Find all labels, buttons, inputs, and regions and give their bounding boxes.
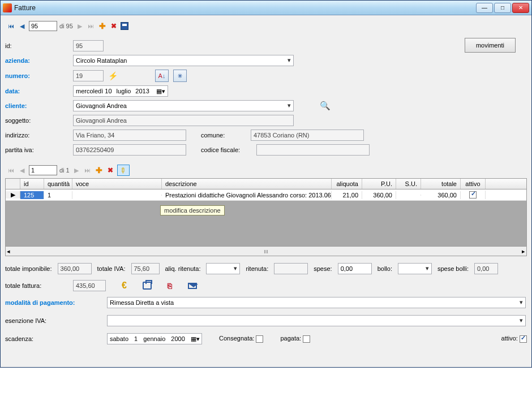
indirizzo-label: indirizzo: bbox=[5, 132, 73, 139]
nav-add-icon[interactable]: ✚ bbox=[98, 21, 107, 31]
lines-first-icon[interactable]: ⏮ bbox=[6, 166, 15, 175]
partita-iva-field: 03762250409 bbox=[73, 144, 186, 156]
consegnata-checkbox[interactable] bbox=[256, 335, 263, 343]
partita-iva-label: partita iva: bbox=[5, 146, 73, 153]
nav-of-label: di 95 bbox=[59, 23, 73, 29]
data-label: data: bbox=[5, 88, 73, 94]
cell-su[interactable] bbox=[396, 195, 421, 196]
euro-icon[interactable]: € bbox=[122, 281, 127, 291]
col-id[interactable]: id bbox=[20, 179, 44, 189]
spese-bolli-label: spese bolli: bbox=[437, 265, 469, 272]
totale-fattura-field: 435,60 bbox=[73, 280, 106, 291]
maximize-button[interactable]: □ bbox=[494, 3, 511, 13]
modalita-pagamento-select[interactable]: Rimessa Diretta a vista bbox=[107, 297, 526, 308]
attivo-label: attivo: bbox=[501, 335, 518, 342]
lines-position-input[interactable] bbox=[29, 165, 57, 175]
renumber-button[interactable]: A↓ bbox=[155, 70, 169, 82]
pencil-icon: ✎ bbox=[118, 165, 128, 175]
lines-navigator: ⏮ ◀ di 1 ▶ ⏭ ✚ ✖ ✎ bbox=[5, 163, 527, 177]
col-attivo[interactable]: attivo bbox=[461, 179, 486, 189]
bollo-select[interactable] bbox=[398, 263, 432, 274]
numero-field: 19 bbox=[73, 70, 104, 81]
record-navigator-top: ⏮ ◀ di 95 ▶ ⏭ ✚ ✖ bbox=[5, 19, 527, 33]
ritenuta-field bbox=[274, 263, 308, 274]
minimize-button[interactable]: — bbox=[476, 3, 493, 13]
azienda-select[interactable]: Circolo Ratataplan bbox=[73, 55, 294, 66]
col-su[interactable]: S.U. bbox=[396, 179, 421, 189]
cell-quantita[interactable]: 1 bbox=[44, 191, 72, 199]
lines-next-icon[interactable]: ▶ bbox=[72, 166, 81, 175]
movimenti-button[interactable]: movimenti bbox=[465, 38, 516, 53]
window-title: Fatture bbox=[14, 4, 476, 12]
cliente-label: cliente: bbox=[5, 102, 73, 109]
col-descrizione[interactable]: descrizione bbox=[162, 179, 332, 189]
numero-label: numero: bbox=[5, 72, 73, 79]
lines-grid[interactable]: id quantità voce descrizione aliquota P.… bbox=[5, 178, 527, 256]
scadenza-label: scadenza: bbox=[5, 335, 107, 342]
azienda-value: Circolo Ratataplan bbox=[76, 57, 127, 64]
calendar-dropdown-icon[interactable]: ▦▾ bbox=[191, 335, 200, 343]
totale-imponibile-label: totale imponibile: bbox=[5, 265, 52, 272]
app-icon bbox=[3, 3, 12, 12]
totale-iva-label: totale IVA: bbox=[97, 265, 126, 272]
lines-prev-icon[interactable]: ◀ bbox=[18, 166, 27, 175]
cell-attivo[interactable] bbox=[461, 191, 486, 200]
row-indicator-icon: ▶ bbox=[6, 191, 20, 199]
search-client-icon[interactable]: 🔍 bbox=[320, 101, 331, 111]
mail-icon[interactable] bbox=[188, 283, 197, 289]
totale-fattura-label: totale fattura: bbox=[5, 282, 57, 289]
pagata-label: pagata: bbox=[280, 335, 301, 342]
cell-pu[interactable]: 360,00 bbox=[362, 191, 396, 199]
lightning-icon[interactable]: ⚡ bbox=[108, 71, 118, 80]
consegnata-label: Consegnata: bbox=[219, 335, 254, 342]
nav-next-icon[interactable]: ▶ bbox=[75, 21, 84, 31]
esenzione-iva-select[interactable] bbox=[107, 315, 526, 326]
calendar-dropdown-icon[interactable]: ▦▾ bbox=[156, 88, 165, 95]
pagata-checkbox[interactable] bbox=[303, 335, 310, 343]
cell-voce[interactable] bbox=[72, 195, 162, 196]
cell-id[interactable]: 125 bbox=[20, 191, 44, 199]
totale-imponibile-field: 360,00 bbox=[58, 263, 92, 274]
cliente-value: Giovagnoli Andrea bbox=[76, 102, 127, 109]
lines-add-icon[interactable]: ✚ bbox=[95, 166, 104, 175]
lines-delete-icon[interactable]: ✖ bbox=[106, 166, 115, 175]
col-quantita[interactable]: quantità bbox=[44, 179, 72, 189]
spese-bolli-field: 0,00 bbox=[474, 263, 498, 274]
edit-description-button[interactable]: ✎ bbox=[117, 165, 130, 176]
col-aliquota[interactable]: aliquota bbox=[332, 179, 362, 189]
lines-last-icon[interactable]: ⏭ bbox=[83, 166, 92, 175]
filter-button[interactable]: ⛯ bbox=[173, 70, 187, 82]
totale-iva-field: 75,60 bbox=[131, 263, 160, 274]
nav-position-input[interactable] bbox=[29, 21, 57, 31]
nav-last-icon[interactable]: ⏭ bbox=[87, 21, 96, 31]
nav-save-icon[interactable] bbox=[121, 22, 128, 30]
grid-row[interactable]: ▶ 125 1 Prestazioni didattiche Giovagnol… bbox=[6, 189, 526, 201]
indirizzo-field: Via Friano, 34 bbox=[73, 130, 186, 141]
nav-first-icon[interactable]: ⏮ bbox=[6, 21, 15, 31]
nav-prev-icon[interactable]: ◀ bbox=[18, 21, 27, 31]
aliq-ritenuta-select[interactable] bbox=[206, 263, 240, 274]
cell-totale[interactable]: 360,00 bbox=[421, 191, 461, 199]
azienda-label: azienda: bbox=[5, 57, 73, 64]
col-totale[interactable]: totale bbox=[421, 179, 461, 189]
printer-icon[interactable] bbox=[143, 282, 152, 290]
grid-hscroll[interactable]: ◂ιιι▸ bbox=[6, 246, 526, 256]
cell-descrizione[interactable]: Prestazioni didattiche Giovagnoli Alessa… bbox=[162, 191, 332, 199]
col-pu[interactable]: P.U. bbox=[362, 179, 396, 189]
col-voce[interactable]: voce bbox=[72, 179, 162, 189]
attivo-checkbox[interactable] bbox=[520, 335, 527, 343]
codice-fiscale-label: codice fiscale: bbox=[201, 146, 252, 153]
data-picker[interactable]: mercoledì 10 luglio 2013 ▦▾ bbox=[73, 85, 168, 97]
close-button[interactable]: ✕ bbox=[512, 3, 529, 13]
scadenza-picker[interactable]: sabato 1 gennaio 2000 ▦▾ bbox=[107, 333, 202, 344]
cliente-select[interactable]: Giovagnoli Andrea bbox=[73, 100, 294, 111]
cell-attivo-checkbox[interactable] bbox=[469, 191, 477, 199]
nav-delete-icon[interactable]: ✖ bbox=[109, 21, 118, 31]
pdf-icon[interactable]: ⎘ bbox=[168, 282, 172, 290]
cell-aliquota[interactable]: 21,00 bbox=[332, 191, 362, 199]
lines-of-label: di 1 bbox=[59, 167, 70, 174]
spese-field[interactable]: 0,00 bbox=[338, 263, 372, 274]
modalita-pagamento-label: modalità di pagamento: bbox=[5, 299, 107, 306]
ritenuta-label: ritenuta: bbox=[246, 265, 268, 272]
modalita-pagamento-value: Rimessa Diretta a vista bbox=[110, 299, 174, 306]
